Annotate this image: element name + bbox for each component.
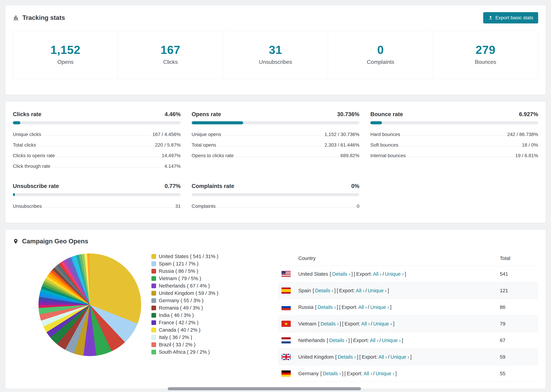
country-name: Netherlands [298, 338, 325, 343]
bracket: [ [354, 271, 355, 277]
geo-table-row: Vietnam[Details ›][Export:All ›/Unique ›… [278, 315, 538, 332]
total-column-header: Total [500, 251, 538, 266]
export-unique-link[interactable]: Unique › [373, 321, 392, 327]
export-all-link[interactable]: All › [379, 354, 387, 360]
rate-row-label: Internal bounces [370, 153, 406, 158]
stat-label: Bounces [433, 59, 538, 65]
bracket: [ [359, 354, 361, 360]
export-unique-link[interactable]: Unique › [385, 271, 404, 277]
geo-opens-pie-chart[interactable] [38, 253, 141, 356]
link-separator: / [371, 321, 372, 327]
legend-item: Vietnam ( 79 / 5% ) [151, 275, 247, 282]
flag-vn-icon [282, 321, 291, 327]
export-all-link[interactable]: All › [370, 338, 379, 343]
details-link[interactable]: Details › [332, 271, 350, 277]
country-cell: Russia[Details ›][Export:All ›/Unique ›] [278, 299, 500, 315]
bracket: [ [345, 371, 346, 376]
details-link[interactable]: Details › [315, 288, 333, 293]
rate-row-label: Complaints [192, 203, 216, 209]
rate-row-value: 242 / 86.738% [507, 132, 538, 137]
country-cell: Germany[Details ›][Export:All ›/Unique ›… [278, 365, 500, 382]
bracket: ] [390, 304, 391, 310]
export-all-link[interactable]: All › [364, 371, 372, 376]
stat-value: 279 [433, 43, 538, 56]
geo-table-header: Country Total [278, 251, 538, 266]
bracket: ] [393, 321, 395, 327]
bracket: [ [351, 338, 352, 343]
legend-item: Germany ( 55 / 3% ) [151, 297, 247, 304]
horizontal-scrollbar[interactable] [168, 387, 361, 390]
country-cell: United Kingdom[Details ›][Export:All ›/U… [278, 349, 500, 365]
country-links: [Details ›][Export:All ›/Unique ›] [318, 321, 396, 327]
country-cell: Netherlands[Details ›][Export:All ›/Uniq… [278, 332, 500, 349]
export-unique-link[interactable]: Unique › [390, 354, 409, 360]
details-link[interactable]: Details › [338, 354, 356, 360]
export-all-link[interactable]: All › [358, 304, 367, 310]
country-links: [Details ›][Export:All ›/Unique ›] [313, 288, 390, 294]
rate-row-label: Hard bounces [370, 132, 400, 137]
geo-opens-title: Campaign Geo Opens [13, 238, 538, 245]
legend-swatch [151, 291, 156, 295]
export-unique-link[interactable]: Unique › [370, 304, 389, 310]
export-all-link[interactable]: All › [373, 271, 381, 277]
rate-row: Unsubscribes31 [13, 201, 181, 211]
dotted-leader [408, 157, 513, 157]
export-all-link[interactable]: All › [356, 288, 365, 293]
country-name: United States [298, 271, 328, 277]
rate-row-value: 31 [175, 203, 181, 209]
country-links: [Details ›][Export:All ›/Unique ›] [335, 354, 413, 360]
flag-es-icon [282, 287, 291, 294]
export-icon [488, 15, 493, 20]
export-unique-link[interactable]: Unique › [382, 338, 401, 343]
country-name: Russia [298, 304, 313, 310]
legend-label: Netherlands ( 67 / 4% ) [159, 282, 210, 290]
rate-row: Total opens2,303 / 61.446% [192, 140, 360, 150]
rate-row-value: 19 / 6.81% [515, 153, 538, 158]
geo-table-row: Netherlands[Details ›][Export:All ›/Uniq… [278, 332, 538, 349]
details-link[interactable]: Details › [323, 371, 341, 376]
legend-swatch [151, 350, 156, 354]
dotted-leader [57, 157, 160, 157]
geo-opens-table: Country Total United States[Details ›][E… [278, 251, 538, 382]
export-prefix: Export: [362, 354, 377, 360]
legend-swatch [151, 343, 156, 347]
legend-label: India ( 46 / 3% ) [159, 312, 194, 319]
rate-title: Clicks rate [13, 111, 42, 118]
legend-swatch [151, 254, 156, 259]
stat-label: Clicks [118, 59, 223, 65]
progress-bar [192, 193, 360, 196]
rate-value: 0.77% [165, 183, 181, 189]
geo-body: United States ( 541 / 31% )Spain ( 121 /… [13, 251, 538, 382]
rate-block-opens-rate: Opens rate30.736%Unique opens1,152 / 30.… [192, 111, 360, 172]
country-cell: Spain[Details ›][Export:All ›/Unique ›] [278, 282, 500, 299]
details-link[interactable]: Details › [320, 321, 339, 327]
export-unique-link[interactable]: Unique › [376, 371, 395, 376]
legend-swatch [151, 313, 156, 318]
progress-bar-fill [13, 193, 15, 196]
rate-row-label: Unique opens [192, 132, 221, 137]
rate-row: Soft bounces18 / 0% [370, 140, 538, 150]
country-cell: United States[Details ›][Export:All ›/Un… [278, 266, 500, 282]
stat-box-unsubscribes: 31Unsubscribes [223, 31, 328, 79]
dotted-leader [44, 207, 173, 208]
dotted-leader [218, 146, 323, 147]
export-unique-link[interactable]: Unique › [368, 288, 387, 293]
flag-us-icon [282, 271, 291, 277]
legend-swatch [151, 335, 156, 340]
details-link[interactable]: Details › [329, 338, 347, 343]
legend-swatch [151, 276, 156, 281]
rate-row: Total clicks220 / 5.87% [13, 140, 181, 150]
export-all-link[interactable]: All › [361, 321, 370, 327]
country-links: [Details ›][Export:All ›/Unique ›] [330, 271, 407, 277]
legend-label: Russia ( 86 / 5% ) [159, 267, 198, 275]
export-basic-stats-button[interactable]: Export basic stats [483, 12, 538, 23]
rate-row-label: Opens to clicks rate [192, 153, 234, 158]
legend-label: United Kingdom ( 59 / 3% ) [159, 290, 218, 297]
rate-value: 4.46% [165, 111, 181, 118]
details-link[interactable]: Details › [318, 304, 336, 310]
country-name: Vietnam [298, 321, 316, 327]
rate-row-value: 2,303 / 61.446% [325, 142, 359, 148]
total-cell: 79 [500, 321, 538, 327]
geo-table-row: Spain[Details ›][Export:All ›/Unique ›]1… [278, 282, 538, 299]
rate-head: Clicks rate4.46% [13, 111, 181, 118]
